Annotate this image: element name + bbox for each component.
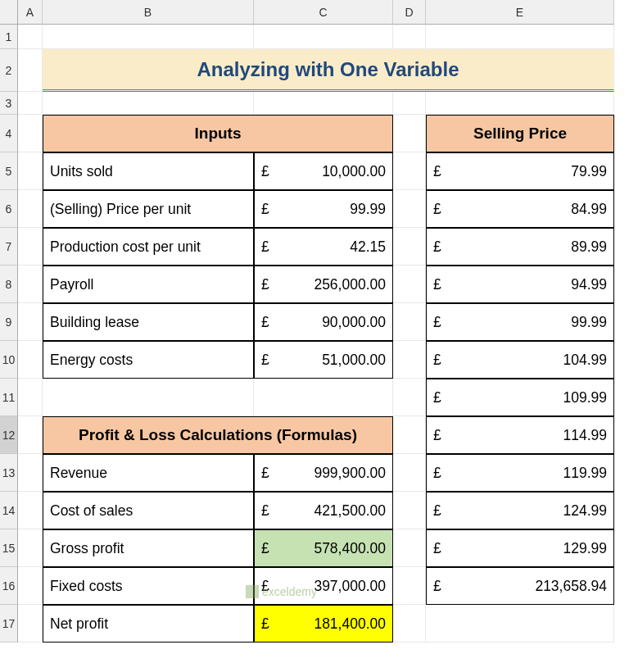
row-header[interactable]: 7 <box>0 228 18 266</box>
selling-price-value[interactable]: £114.99 <box>426 416 614 454</box>
pl-value[interactable]: £397,000.00 <box>254 567 393 605</box>
cell-A2[interactable] <box>18 49 43 92</box>
selling-price-value[interactable]: £213,658.94 <box>426 567 614 605</box>
row-header[interactable]: 8 <box>0 266 18 303</box>
column-header[interactable]: E <box>426 0 614 25</box>
cell-D11[interactable] <box>393 379 426 416</box>
selling-price-value[interactable]: £129.99 <box>426 529 614 567</box>
cell-A9[interactable] <box>18 303 43 341</box>
pl-value[interactable]: £421,500.00 <box>254 492 393 529</box>
row-header[interactable]: 10 <box>0 341 18 379</box>
row-header[interactable]: 9 <box>0 303 18 341</box>
cell-B11[interactable] <box>43 379 254 416</box>
selling-price-value[interactable]: £119.99 <box>426 454 614 492</box>
cell-D7[interactable] <box>393 228 426 266</box>
spreadsheet-grid[interactable]: ABCDE12Analyzing with One Variable34Inpu… <box>0 0 629 642</box>
cell-D4[interactable] <box>393 115 426 152</box>
cell-A4[interactable] <box>18 115 43 152</box>
cell-A11[interactable] <box>18 379 43 416</box>
row-header[interactable]: 16 <box>0 567 18 605</box>
selling-price-value[interactable]: £79.99 <box>426 152 614 190</box>
input-value[interactable]: £42.15 <box>254 228 393 266</box>
input-value[interactable]: £99.99 <box>254 190 393 228</box>
selling-price-value[interactable]: £89.99 <box>426 228 614 266</box>
input-value[interactable]: £90,000.00 <box>254 303 393 341</box>
row-header[interactable]: 15 <box>0 529 18 567</box>
cell-A15[interactable] <box>18 529 43 567</box>
input-label: Payroll <box>43 266 254 303</box>
select-all-corner[interactable] <box>0 0 18 25</box>
input-value[interactable]: £10,000.00 <box>254 152 393 190</box>
cell-D14[interactable] <box>393 492 426 529</box>
cell-A16[interactable] <box>18 567 43 605</box>
row-header[interactable]: 4 <box>0 115 18 152</box>
pl-label: Cost of sales <box>43 492 254 529</box>
row-header[interactable]: 1 <box>0 25 18 49</box>
cell-D17[interactable] <box>393 605 426 642</box>
cell-A8[interactable] <box>18 266 43 303</box>
selling-price-value[interactable]: £109.99 <box>426 379 614 416</box>
cell-E17[interactable] <box>426 605 614 642</box>
cell-D9[interactable] <box>393 303 426 341</box>
selling-price-value[interactable]: £104.99 <box>426 341 614 379</box>
cell-A1[interactable] <box>18 25 43 49</box>
pl-label: Gross profit <box>43 529 254 567</box>
column-header[interactable]: C <box>254 0 393 25</box>
row-header[interactable]: 13 <box>0 454 18 492</box>
cell-D8[interactable] <box>393 266 426 303</box>
cell-B1[interactable] <box>43 25 254 49</box>
cell-A6[interactable] <box>18 190 43 228</box>
cell-D12[interactable] <box>393 416 426 454</box>
selling-price-value[interactable]: £99.99 <box>426 303 614 341</box>
cell-D6[interactable] <box>393 190 426 228</box>
row-header[interactable]: 11 <box>0 379 18 416</box>
cell-C1[interactable] <box>254 25 393 49</box>
pl-label: Fixed costs <box>43 567 254 605</box>
cell-E3[interactable] <box>426 92 614 115</box>
selling-price-header: Selling Price <box>426 115 614 152</box>
selling-price-value[interactable]: £84.99 <box>426 190 614 228</box>
cell-A7[interactable] <box>18 228 43 266</box>
cell-D15[interactable] <box>393 529 426 567</box>
cell-B3[interactable] <box>43 92 254 115</box>
cell-A10[interactable] <box>18 341 43 379</box>
pl-value[interactable]: £578,400.00 <box>254 529 393 567</box>
row-header[interactable]: 17 <box>0 605 18 642</box>
cell-D16[interactable] <box>393 567 426 605</box>
row-header[interactable]: 3 <box>0 92 18 115</box>
row-header[interactable]: 5 <box>0 152 18 190</box>
row-header[interactable]: 14 <box>0 492 18 529</box>
inputs-header: Inputs <box>43 115 393 152</box>
column-header[interactable]: B <box>43 0 254 25</box>
cell-A17[interactable] <box>18 605 43 642</box>
row-header[interactable]: 6 <box>0 190 18 228</box>
pl-value[interactable]: £999,900.00 <box>254 454 393 492</box>
cell-E1[interactable] <box>426 25 614 49</box>
cell-D13[interactable] <box>393 454 426 492</box>
cell-C3[interactable] <box>254 92 393 115</box>
cell-A13[interactable] <box>18 454 43 492</box>
cell-A12[interactable] <box>18 416 43 454</box>
column-header[interactable]: D <box>393 0 426 25</box>
cell-A5[interactable] <box>18 152 43 190</box>
column-header[interactable]: A <box>18 0 43 25</box>
input-value[interactable]: £51,000.00 <box>254 341 393 379</box>
row-header[interactable]: 12 <box>0 416 18 454</box>
pl-value[interactable]: £181,400.00 <box>254 605 393 642</box>
row-header[interactable]: 2 <box>0 49 18 92</box>
cell-D10[interactable] <box>393 341 426 379</box>
selling-price-value[interactable]: £94.99 <box>426 266 614 303</box>
pl-label: Net profit <box>43 605 254 642</box>
cell-A14[interactable] <box>18 492 43 529</box>
input-label: Units sold <box>43 152 254 190</box>
selling-price-value[interactable]: £124.99 <box>426 492 614 529</box>
pl-label: Revenue <box>43 454 254 492</box>
input-value[interactable]: £256,000.00 <box>254 266 393 303</box>
cell-D5[interactable] <box>393 152 426 190</box>
cell-D1[interactable] <box>393 25 426 49</box>
cell-C11[interactable] <box>254 379 393 416</box>
cell-A3[interactable] <box>18 92 43 115</box>
pl-header: Profit & Loss Calculations (Formulas) <box>43 416 393 454</box>
input-label: Production cost per unit <box>43 228 254 266</box>
cell-D3[interactable] <box>393 92 426 115</box>
